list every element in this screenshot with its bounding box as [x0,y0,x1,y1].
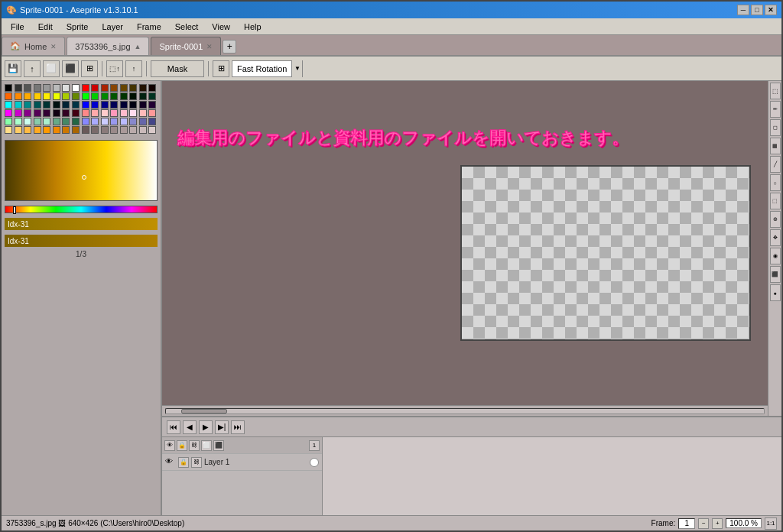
palette-color-41[interactable] [91,101,99,109]
hue-slider[interactable] [5,206,158,213]
palette-color-72[interactable] [82,118,89,125]
palette-color-9[interactable] [91,84,99,92]
palette-color-89[interactable] [91,126,99,134]
palette-color-13[interactable] [129,84,137,92]
color-preview-gradient[interactable] [5,140,158,201]
right-tool-select[interactable]: ⬚ [770,193,781,209]
palette-color-78[interactable] [139,118,147,125]
palette-color-32[interactable] [5,101,12,109]
palette-color-79[interactable] [148,118,156,125]
palette-color-63[interactable] [148,109,156,117]
copy-button[interactable]: ⬜ [43,60,60,77]
palette-color-66[interactable] [24,118,31,125]
palette-color-28[interactable] [120,92,128,100]
layer1-link[interactable]: ⛓ [191,457,202,468]
palette-color-70[interactable] [62,118,70,125]
palette-color-2[interactable] [24,84,31,92]
palette-color-12[interactable] [120,84,128,92]
palette-color-27[interactable] [110,92,118,100]
palette-color-36[interactable] [43,101,50,109]
palette-color-60[interactable] [120,109,128,117]
aspect-ratio-button[interactable]: 1:1 [765,517,777,530]
palette-color-43[interactable] [110,101,118,109]
palette-color-31[interactable] [148,92,156,100]
frame-number-input[interactable]: 1 [678,518,695,529]
palette-color-46[interactable] [139,101,147,109]
play-button[interactable]: ▶ [199,420,213,434]
palette-color-15[interactable] [148,84,156,92]
sprite-canvas[interactable] [460,165,751,341]
palette-color-88[interactable] [82,126,89,134]
tab-home-close[interactable]: ✕ [50,43,57,50]
palette-color-17[interactable] [15,92,22,100]
palette-color-10[interactable] [101,84,109,92]
palette-color-19[interactable] [34,92,41,100]
palette-color-86[interactable] [62,126,70,134]
palette-color-33[interactable] [15,101,22,109]
layer-link-icon[interactable]: ⛓ [189,440,200,451]
layer-row-1[interactable]: 👁 🔒 ⛓ Layer 1 [162,454,322,471]
right-tool-pencil[interactable]: ✏ [770,101,781,118]
right-tool-move[interactable]: ✥ [770,229,781,246]
maximize-button[interactable]: □ [751,5,763,15]
palette-color-76[interactable] [120,118,128,125]
palette-color-37[interactable] [53,101,60,109]
marquee-button[interactable]: ⬚↑ [106,60,123,77]
layer-eye-icon[interactable]: 👁 [164,440,175,451]
right-tool-eraser[interactable]: ◻ [770,119,781,136]
palette-color-40[interactable] [82,101,89,109]
palette-color-87[interactable] [72,126,80,134]
palette-color-75[interactable] [110,118,118,125]
minimize-button[interactable]: ─ [737,5,749,15]
palette-color-44[interactable] [120,101,128,109]
menu-sprite[interactable]: Sprite [60,21,95,33]
palette-color-21[interactable] [53,92,60,100]
right-tool-ink[interactable]: ◉ [770,248,781,264]
menu-file[interactable]: File [5,21,31,33]
palette-color-95[interactable] [148,126,156,134]
rotation-dropdown-button[interactable]: ▼ [291,60,302,77]
palette-color-6[interactable] [62,84,70,92]
palette-color-94[interactable] [139,126,147,134]
palette-color-34[interactable] [24,101,31,109]
palette-color-56[interactable] [82,109,89,117]
palette-color-11[interactable] [110,84,118,92]
palette-color-92[interactable] [120,126,128,134]
palette-color-30[interactable] [139,92,147,100]
menu-view[interactable]: View [206,21,236,33]
palette-color-73[interactable] [91,118,99,125]
palette-color-3[interactable] [34,84,41,92]
palette-color-49[interactable] [15,109,22,117]
palette-color-18[interactable] [24,92,31,100]
palette-color-16[interactable] [5,92,12,100]
play-first-button[interactable]: ⏮ [167,420,180,434]
canvas-wrapper[interactable]: 編集用のファイルと資料用のファイルを開いておきます。 ↑ [162,81,768,416]
palette-color-50[interactable] [24,109,31,117]
tab-sprite-close[interactable]: ✕ [206,43,213,50]
palette-color-48[interactable] [5,109,12,117]
play-next-button[interactable]: ▶| [215,420,229,434]
right-tool-resize[interactable]: ⬚ [770,83,781,99]
right-tool-blur[interactable]: ⬛ [770,266,781,283]
palette-color-85[interactable] [53,126,60,134]
palette-color-83[interactable] [34,126,41,134]
palette-color-35[interactable] [34,101,41,109]
palette-color-65[interactable] [15,118,22,125]
palette-color-4[interactable] [43,84,50,92]
palette-color-39[interactable] [72,101,80,109]
palette-color-77[interactable] [129,118,137,125]
palette-color-20[interactable] [43,92,50,100]
menu-help[interactable]: Help [238,21,268,33]
palette-color-93[interactable] [129,126,137,134]
palette-color-68[interactable] [43,118,50,125]
new-tab-button[interactable]: + [223,40,236,54]
palette-color-54[interactable] [62,109,70,117]
palette-color-45[interactable] [129,101,137,109]
palette-color-59[interactable] [110,109,118,117]
palette-color-25[interactable] [91,92,99,100]
right-tool-line[interactable]: ╱ [770,156,781,173]
move-button[interactable]: ↑ [125,60,142,77]
palette-color-67[interactable] [34,118,41,125]
undo-button[interactable]: ↑ [24,60,41,77]
palette-color-90[interactable] [101,126,109,134]
